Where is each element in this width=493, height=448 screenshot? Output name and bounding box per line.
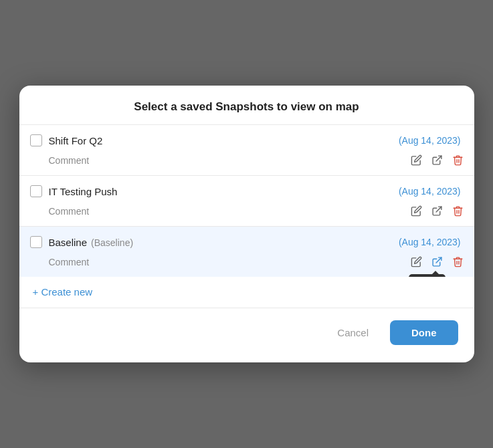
delete-icon [452, 205, 464, 217]
comment-label: Comment [49, 206, 400, 217]
snapshot-name: Shift For Q2 [49, 135, 392, 146]
cancel-button[interactable]: Cancel [326, 322, 379, 344]
snapshot-checkbox[interactable] [30, 236, 42, 248]
comment-label: Comment [49, 155, 400, 166]
svg-line-2 [436, 257, 441, 263]
delete-button[interactable] [452, 154, 464, 166]
dialog-footer: Cancel Done [19, 308, 474, 349]
snapshot-actions-row: Comment [19, 201, 474, 226]
export-icon [431, 205, 443, 217]
snapshot-item: Baseline(Baseline) (Aug 14, 2023) Commen… [19, 227, 474, 277]
edit-icon [411, 154, 422, 166]
delete-icon [452, 154, 464, 166]
export-button[interactable]: Export [431, 256, 443, 267]
action-icons: Export [411, 256, 464, 267]
dialog-title: Select a saved Snapshots to view on map [19, 86, 474, 125]
snapshot-item: Shift For Q2 (Aug 14, 2023) Comment [19, 125, 474, 176]
svg-line-1 [436, 207, 441, 212]
snapshot-checkbox[interactable] [30, 185, 42, 197]
action-icons [411, 154, 464, 166]
delete-button[interactable] [452, 256, 464, 267]
svg-line-0 [436, 156, 441, 161]
done-button[interactable]: Done [390, 320, 458, 345]
export-tooltip: Export [409, 274, 446, 277]
snapshot-header-row: IT Testing Push (Aug 14, 2023) [19, 176, 474, 201]
export-icon [431, 154, 443, 166]
create-new-section: + Create new [19, 277, 474, 308]
edit-icon [411, 205, 422, 217]
snapshot-name: Baseline(Baseline) [49, 237, 392, 248]
baseline-tag: (Baseline) [91, 237, 133, 248]
delete-button[interactable] [452, 205, 464, 217]
action-icons [411, 205, 464, 217]
comment-label: Comment [49, 257, 400, 267]
edit-button[interactable] [411, 154, 422, 166]
dialog: Select a saved Snapshots to view on map … [19, 86, 474, 362]
edit-button[interactable] [411, 205, 422, 217]
snapshot-date: (Aug 14, 2023) [399, 186, 461, 197]
delete-icon [452, 256, 464, 267]
export-icon [431, 256, 443, 267]
snapshot-header-row: Shift For Q2 (Aug 14, 2023) [19, 125, 474, 150]
export-button[interactable] [431, 205, 443, 217]
create-new-button[interactable]: + Create new [33, 286, 93, 298]
snapshot-actions-row: Comment Export [19, 252, 474, 277]
export-button[interactable] [431, 154, 443, 166]
edit-button[interactable] [411, 256, 422, 267]
snapshot-actions-row: Comment [19, 150, 474, 175]
snapshot-name: IT Testing Push [49, 186, 392, 197]
snapshot-item: IT Testing Push (Aug 14, 2023) Comment [19, 176, 474, 227]
snapshot-date: (Aug 14, 2023) [399, 237, 461, 247]
snapshot-date: (Aug 14, 2023) [399, 135, 461, 146]
snapshots-list: Shift For Q2 (Aug 14, 2023) Comment [19, 125, 474, 277]
snapshot-checkbox[interactable] [30, 134, 42, 146]
snapshot-header-row: Baseline(Baseline) (Aug 14, 2023) [19, 227, 474, 252]
edit-icon [411, 256, 422, 267]
